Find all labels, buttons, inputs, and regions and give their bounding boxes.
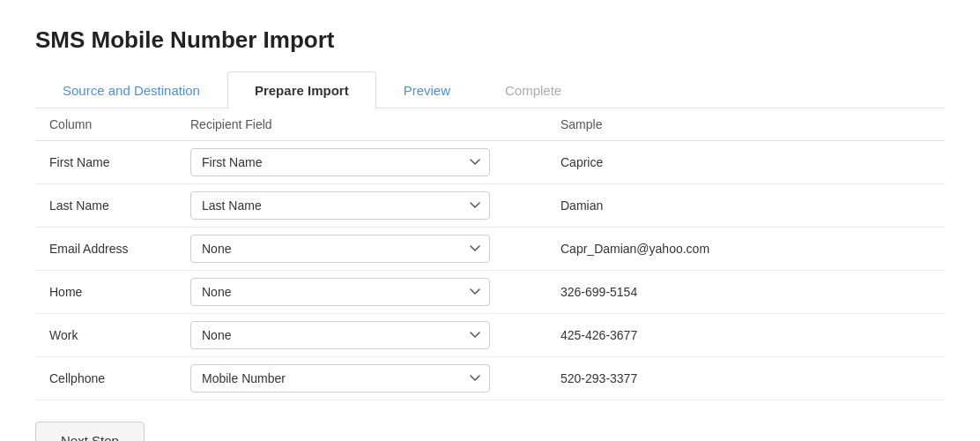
- field-select-2[interactable]: NoneFirst NameLast NameMobile NumberEmai…: [190, 235, 490, 263]
- table-row: WorkNoneFirst NameLast NameMobile Number…: [35, 314, 945, 357]
- field-select-0[interactable]: NoneFirst NameLast NameMobile NumberEmai…: [190, 148, 490, 176]
- cell-sample-1: Damian: [546, 184, 945, 228]
- field-select-5[interactable]: NoneFirst NameLast NameMobile NumberEmai…: [190, 364, 490, 392]
- header-column: Column: [35, 108, 176, 141]
- header-recipient-field: Recipient Field: [176, 108, 546, 141]
- field-select-3[interactable]: NoneFirst NameLast NameMobile NumberEmai…: [190, 278, 490, 306]
- table-row: Email AddressNoneFirst NameLast NameMobi…: [35, 228, 945, 271]
- page-title: SMS Mobile Number Import: [35, 26, 945, 54]
- cell-field-5[interactable]: NoneFirst NameLast NameMobile NumberEmai…: [176, 357, 546, 400]
- field-select-4[interactable]: NoneFirst NameLast NameMobile NumberEmai…: [190, 321, 490, 349]
- tab-prepare[interactable]: Prepare Import: [227, 71, 376, 108]
- table-row: Last NameNoneFirst NameLast NameMobile N…: [35, 184, 945, 228]
- cell-field-3[interactable]: NoneFirst NameLast NameMobile NumberEmai…: [176, 271, 546, 314]
- cell-sample-2: Capr_Damian@yahoo.com: [546, 228, 945, 271]
- cell-field-0[interactable]: NoneFirst NameLast NameMobile NumberEmai…: [176, 141, 546, 184]
- tab-preview[interactable]: Preview: [376, 71, 478, 108]
- header-sample: Sample: [546, 108, 945, 141]
- cell-column-0: First Name: [35, 141, 176, 184]
- cell-sample-4: 425-426-3677: [546, 314, 945, 357]
- tab-source[interactable]: Source and Destination: [35, 71, 227, 108]
- table-header-row: Column Recipient Field Sample: [35, 108, 945, 141]
- tab-complete[interactable]: Complete: [478, 71, 589, 108]
- cell-sample-3: 326-699-5154: [546, 271, 945, 314]
- cell-sample-5: 520-293-3377: [546, 357, 945, 400]
- cell-field-4[interactable]: NoneFirst NameLast NameMobile NumberEmai…: [176, 314, 546, 357]
- cell-field-1[interactable]: NoneFirst NameLast NameMobile NumberEmai…: [176, 184, 546, 228]
- cell-column-3: Home: [35, 271, 176, 314]
- table-row: First NameNoneFirst NameLast NameMobile …: [35, 141, 945, 184]
- next-step-button[interactable]: Next Step: [35, 422, 145, 441]
- page-container: SMS Mobile Number Import Source and Dest…: [0, 0, 980, 441]
- cell-sample-0: Caprice: [546, 141, 945, 184]
- import-table: Column Recipient Field Sample First Name…: [35, 108, 945, 400]
- cell-column-5: Cellphone: [35, 357, 176, 400]
- tabs-container: Source and Destination Prepare Import Pr…: [35, 71, 945, 108]
- table-row: CellphoneNoneFirst NameLast NameMobile N…: [35, 357, 945, 400]
- cell-column-4: Work: [35, 314, 176, 357]
- field-select-1[interactable]: NoneFirst NameLast NameMobile NumberEmai…: [190, 191, 490, 220]
- table-row: HomeNoneFirst NameLast NameMobile Number…: [35, 271, 945, 314]
- cell-field-2[interactable]: NoneFirst NameLast NameMobile NumberEmai…: [176, 228, 546, 271]
- cell-column-2: Email Address: [35, 228, 176, 271]
- cell-column-1: Last Name: [35, 184, 176, 228]
